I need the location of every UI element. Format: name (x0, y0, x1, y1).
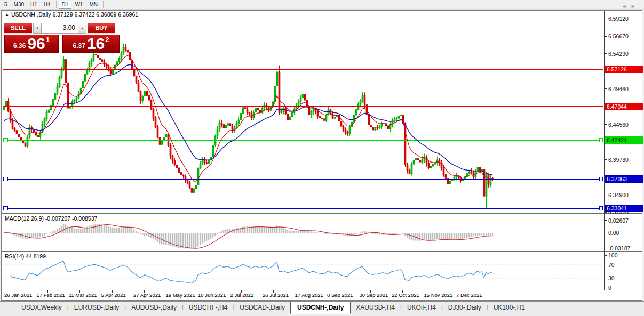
buy-price-box[interactable]: 6.37 16 2 (62, 35, 120, 53)
axis-tick (605, 255, 607, 256)
axis-tick-label: -0.03187 (608, 245, 630, 252)
buy-price-small: 6.37 (73, 42, 85, 50)
date-label: 26 Jul 2021 (263, 292, 289, 298)
axis-tick-label: 70 (608, 262, 615, 268)
level-price-badge: 6.52126 (605, 66, 643, 73)
rsi-indicator-panel[interactable] (2, 252, 604, 290)
sell-price-sup: 1 (46, 36, 50, 44)
chart-tab-uk100-h1[interactable]: UK100-,H1 (488, 302, 530, 313)
axis-tick (605, 233, 607, 233)
axis-tick-label: 6.56670 (608, 33, 629, 39)
axis-tick-label: 6.44560 (608, 121, 629, 128)
trade-panel-top-row: SELL ▼ 3.00 ▲ BUY (4, 23, 121, 34)
level-price-badge: 6.42424 (605, 136, 643, 144)
axis-tick (605, 288, 607, 288)
axis-tick (605, 124, 607, 125)
chart-title: ▲USDCNH-,Daily 6.37129 6.37422 6.36809 6… (5, 11, 138, 18)
axis-tick-label: 0.02607 (608, 217, 629, 224)
sell-button[interactable]: SELL (4, 23, 32, 34)
chart-tab-eurusd-daily[interactable]: EURUSD-,Daily (69, 302, 125, 313)
chart-tab-usdcnh-daily[interactable]: USDCNH-,Daily (290, 302, 351, 314)
triangle-up-icon: ▲ (81, 27, 84, 30)
level-price-badge: 6.37063 (605, 175, 643, 183)
axis-tick (605, 19, 607, 19)
symbol-triangle-icon: ▲ (5, 12, 9, 17)
sell-price-big: 96 (27, 36, 45, 52)
date-label: 7 Dec 2021 (456, 292, 482, 298)
axis-tick (605, 248, 607, 248)
buy-price-sup: 2 (105, 36, 109, 44)
one-click-trading-panel: SELL ▼ 3.00 ▲ BUY 6.36 96 1 6.37 16 2 (4, 23, 121, 53)
toolbar-separator (56, 1, 57, 8)
tab-scroll-left-icon[interactable]: ◄ (622, 4, 631, 9)
date-label: 5 Apr 2021 (101, 292, 126, 298)
chart-tab-dj30-daily[interactable]: DJ30-,Daily (443, 302, 487, 313)
chart-tab-xauusd-h4[interactable]: XAUUSD-,H4 (351, 302, 400, 313)
level-price-badge: 6.47044 (605, 103, 643, 110)
timeframe-button-h4[interactable]: H4 (41, 1, 54, 9)
date-label: 17 Feb 2021 (37, 292, 65, 298)
axis-tick-label: 0.00 (608, 230, 619, 236)
timeframe-button-w1[interactable]: W1 (71, 1, 86, 9)
axis-tick-label: 6.59120 (608, 15, 629, 22)
horizontal-level-lines[interactable] (3, 69, 603, 210)
axis-tick (605, 195, 607, 195)
axis-tick-label: 6.39730 (608, 157, 629, 163)
axis-tick (605, 53, 607, 54)
trade-panel-price-row: 6.36 96 1 6.37 16 2 (4, 35, 121, 53)
timeframe-button-mn[interactable]: MN (86, 1, 101, 9)
mt4-window: 5M30H1H4D1W1MN ▲USDCNH-,Daily 6.37129 6.… (0, 0, 644, 316)
axis-tick (605, 220, 607, 221)
chart-tab-usdchf-h4[interactable]: USDCHF-,H4 (184, 302, 233, 313)
axis-tick-label: 100 (608, 252, 618, 258)
date-label: 8 Sep 2021 (327, 292, 353, 298)
sell-price-box[interactable]: 6.36 96 1 (4, 35, 59, 53)
date-label: 11 Mar 2021 (69, 292, 97, 298)
axis-tick-label: 6.54290 (608, 51, 629, 57)
triangle-down-icon: ▼ (36, 27, 39, 30)
volume-decrease-button[interactable]: ▼ (33, 23, 42, 34)
level-price-badge: 6.33041 (605, 205, 643, 212)
date-axis: 26 Jan 202117 Feb 202111 Mar 20215 Apr 2… (2, 290, 642, 300)
chart-tab-audusd-daily[interactable]: AUDUSD-,Daily (126, 302, 182, 313)
tab-scroll-right-icon[interactable]: ► (631, 4, 640, 9)
date-label: 27 Apr 2021 (133, 292, 161, 298)
axis-tick-label: 6.34900 (608, 192, 629, 198)
chart-ohlc-values: 6.37129 6.37422 6.36809 6.36961 (53, 11, 139, 18)
timeframe-button-h1[interactable]: H1 (27, 1, 41, 9)
chart-tab-usdx-weekly[interactable]: USDX,Weekly (16, 302, 67, 313)
axis-tick (605, 265, 607, 265)
chart-tab-ukoil-h4[interactable]: UKOil-,H4 (402, 302, 441, 313)
timeframe-button-m30[interactable]: M30 (11, 1, 27, 9)
date-label: 2 Jul 2021 (230, 292, 254, 298)
date-label: 19 May 2021 (166, 292, 195, 298)
buy-button[interactable]: BUY (88, 23, 115, 34)
date-label: 10 Jun 2021 (198, 292, 226, 298)
axis-tick (605, 88, 607, 89)
volume-input[interactable]: 3.00 (42, 23, 78, 34)
date-label: 15 Nov 2021 (424, 292, 453, 298)
date-label: 26 Jan 2021 (4, 292, 32, 298)
timeframe-button-d1[interactable]: D1 (59, 1, 72, 9)
chart-tab-bar: USDX,Weekly|EURUSD-,Daily|AUDUSD-,Daily|… (0, 301, 644, 316)
price-axis-border (604, 11, 605, 290)
axis-tick (605, 212, 607, 213)
macd-label: MACD(12,26,9) -0.007207 -0.008537 (5, 215, 97, 222)
tab-scroll-arrows[interactable]: ◄► (622, 4, 640, 9)
axis-tick (605, 278, 607, 278)
timeframe-button-5[interactable]: 5 (1, 1, 11, 9)
date-label: 30 Sep 2021 (360, 292, 388, 298)
axis-tick (605, 159, 607, 160)
chart-tab-usdcad-daily[interactable]: USDCAD-,Daily (234, 302, 290, 313)
toolbar-separator (103, 1, 104, 8)
timeframe-toolbar: 5M30H1H4D1W1MN (0, 0, 644, 10)
date-label: 22 Oct 2021 (392, 292, 419, 298)
rsi-label: RSI(14) 44.8199 (5, 253, 46, 260)
volume-spinner: ▼ 3.00 ▲ (33, 23, 86, 34)
chart-symbol-label: USDCNH-,Daily (11, 11, 51, 18)
axis-tick-label: 30 (608, 275, 615, 281)
axis-tick-label: 6.49460 (608, 86, 629, 92)
axis-tick (605, 36, 607, 37)
volume-increase-button[interactable]: ▲ (78, 23, 86, 34)
buy-price-big: 16 (87, 36, 105, 52)
